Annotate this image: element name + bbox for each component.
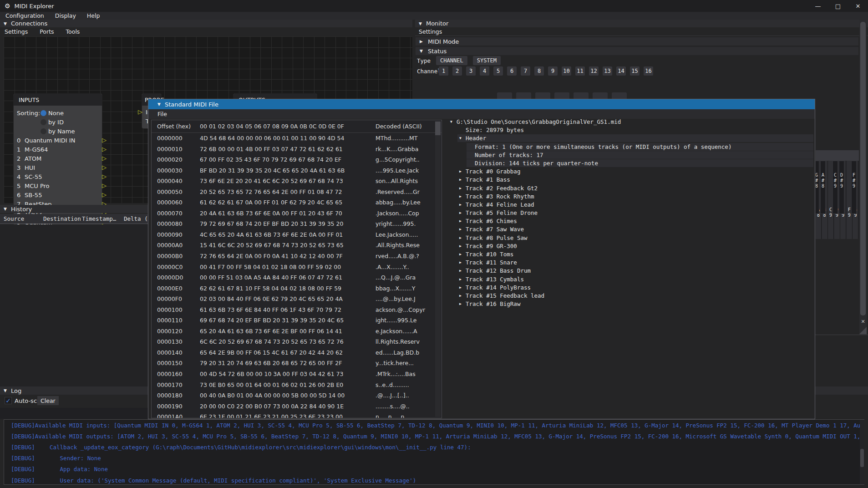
- close-icon[interactable]: ✕: [848, 0, 868, 12]
- black-key[interactable]: F # 9: [851, 161, 857, 214]
- midi-mode-header[interactable]: ▶ MIDI Mode: [416, 37, 858, 46]
- hex-row[interactable]: 0000080 79 72 69 67 68 74 20 EF BF BD 20…: [152, 219, 442, 229]
- expand-icon[interactable]: ▶: [459, 211, 462, 215]
- midi-input-item[interactable]: 0 Quantum MIDI IN ▷: [14, 136, 102, 145]
- channel-button[interactable]: 12: [589, 66, 599, 76]
- hex-row[interactable]: 0000130 6C 6C 20 52 69 67 68 74 73 20 52…: [152, 336, 442, 347]
- system-type-button[interactable]: SYSTEM: [473, 56, 501, 65]
- output-pin-icon[interactable]: ▷: [102, 155, 107, 161]
- log-output-area[interactable]: [DEBUG] Available MIDI inputs: [Quantum …: [4, 419, 864, 485]
- hex-row[interactable]: 0000100 61 63 6B 73 6F 6E 84 40 FF 06 1F…: [152, 305, 442, 315]
- expand-icon[interactable]: ▶: [459, 260, 462, 264]
- output-pin-icon[interactable]: ▷: [102, 183, 107, 188]
- expand-icon[interactable]: ▶: [459, 244, 462, 248]
- tree-file-row[interactable]: ▼ G:\Studio One\Sources\GrabbagOriginalV…: [449, 118, 813, 126]
- hex-row[interactable]: 0000000 4D 54 68 64 00 00 00 06 00 01 00…: [152, 133, 442, 144]
- tree-track-row[interactable]: ▶ Track #14 PolyBrass: [449, 284, 813, 292]
- expand-icon[interactable]: ▶: [459, 227, 462, 231]
- hex-row[interactable]: 0000160 00 4D 54 72 6B 00 00 10 3A 00 FF…: [152, 369, 442, 380]
- hex-row[interactable]: 0000150 79 20 31 20 74 69 63 6B 20 68 65…: [152, 358, 442, 369]
- hex-row[interactable]: 0000040 73 6F 6E 2E 20 20 41 6C 6C 20 52…: [152, 176, 442, 187]
- radio-none[interactable]: [41, 110, 46, 116]
- expand-icon[interactable]: ▶: [459, 277, 462, 281]
- channel-button[interactable]: 10: [562, 66, 571, 76]
- close-icon[interactable]: ✕: [859, 318, 867, 325]
- log-scrollbar-thumb[interactable]: [860, 449, 864, 467]
- hex-row[interactable]: 00000C0 00 41 F7 00 FF 58 04 01 02 18 08…: [152, 262, 442, 273]
- expand-icon[interactable]: ▶: [459, 252, 462, 256]
- hex-row[interactable]: 0000180 00 40 0A B0 01 00 4A 00 00 00 5B…: [152, 390, 442, 401]
- midi-input-item[interactable]: 6 SB-55 ▷: [14, 190, 102, 199]
- midi-input-item[interactable]: 3 HUI ▷: [14, 163, 102, 172]
- tree-division-row[interactable]: Division: 144 ticks per quarter-note: [449, 159, 813, 168]
- tree-track-row[interactable]: ▶ Track #13 Cymbals: [449, 275, 813, 284]
- channel-button[interactable]: 13: [603, 66, 612, 76]
- maximize-icon[interactable]: □: [828, 0, 848, 12]
- tree-track-row[interactable]: ▶ Track #5 Feline Drone: [449, 209, 813, 217]
- menu-item[interactable]: Configuration: [0, 12, 50, 19]
- notes-section-band[interactable]: [816, 150, 859, 161]
- output-pin-icon[interactable]: ▷: [102, 146, 107, 152]
- channel-button[interactable]: 7: [521, 66, 530, 76]
- hex-row[interactable]: 00000F0 02 03 00 84 40 FF 06 0E 62 79 20…: [152, 294, 442, 305]
- expand-icon[interactable]: ▶: [459, 302, 462, 306]
- midi-input-item[interactable]: 4 SC-55 ▷: [14, 172, 102, 181]
- hex-row[interactable]: 0000120 65 20 4A 61 63 6B 73 6F 6E 2E BF…: [152, 326, 442, 337]
- hex-row[interactable]: 00000D0 00 00 FF 51 03 0A A5 4A 84 40 FF…: [152, 272, 442, 283]
- output-pin-icon[interactable]: ▷: [102, 137, 107, 143]
- expand-icon[interactable]: ▶: [459, 186, 462, 190]
- hex-row[interactable]: 00000B0 72 76 65 64 2E 0A 00 F0 0A 41 10…: [152, 251, 442, 262]
- channel-button[interactable]: 9: [548, 66, 558, 76]
- column-destination[interactable]: Destination: [43, 215, 81, 222]
- channel-button[interactable]: 4: [480, 66, 489, 76]
- status-button[interactable]: [612, 92, 627, 99]
- smf-title-bar[interactable]: ▼ Standard MIDI File: [148, 99, 815, 109]
- output-pin-icon[interactable]: ▷: [102, 192, 107, 198]
- black-key[interactable]: C # 9: [832, 161, 838, 214]
- hex-scrollbar-thumb[interactable]: [435, 122, 441, 135]
- status-button[interactable]: [516, 92, 531, 99]
- hex-row[interactable]: 0000090 4C 65 65 20 4A 61 63 6B 73 6F 6E…: [152, 229, 442, 240]
- expand-icon[interactable]: ▶: [459, 169, 462, 173]
- midi-input-item[interactable]: 1 M-GS64 ▷: [14, 145, 102, 154]
- monitor-scrollbar-thumb[interactable]: [860, 22, 866, 315]
- tree-numtracks-row[interactable]: Number of tracks: 17: [449, 151, 813, 159]
- channel-button[interactable]: 1: [439, 66, 448, 76]
- channel-button[interactable]: 8: [534, 66, 544, 76]
- expand-icon[interactable]: ▶: [459, 194, 462, 198]
- tree-track-row[interactable]: ▶ Track #11 Snare: [449, 259, 813, 267]
- tree-track-row[interactable]: ▶ Track #16 BigRaw: [449, 300, 813, 308]
- hex-row[interactable]: 0000140 65 64 2E 9B 00 FF 06 15 4C 61 67…: [152, 347, 442, 358]
- hex-row[interactable]: 00000E0 62 62 61 67 81 10 FF 58 04 04 02…: [152, 283, 442, 294]
- column-timestamp[interactable]: Timestamp…: [82, 215, 116, 222]
- hex-viewer[interactable]: Offset (hex) 00 01 02 03 04 05 06 07 08 …: [151, 120, 442, 418]
- column-source[interactable]: Source: [4, 215, 24, 222]
- menu-item[interactable]: Settings: [419, 28, 442, 35]
- resize-grip[interactable]: [859, 327, 867, 334]
- tree-track-row[interactable]: ▶ Track #6 Chimes: [449, 217, 813, 225]
- tree-track-row[interactable]: ▶ Track #8 Pulse Saw: [449, 234, 813, 242]
- channel-button[interactable]: 16: [644, 66, 653, 76]
- inputs-node-header[interactable]: INPUTS: [14, 94, 102, 106]
- status-button[interactable]: [535, 92, 550, 99]
- tree-track-row[interactable]: ▶ Track #0 Grabbag: [449, 168, 813, 176]
- hex-row[interactable]: 0000060 61 62 62 61 67 0A 00 FF 01 0F 62…: [152, 197, 442, 208]
- status-button[interactable]: [554, 92, 569, 99]
- tree-track-row[interactable]: ▶ Track #4 Feline Lead: [449, 201, 813, 209]
- hex-row[interactable]: 00000A0 15 41 6C 6C 20 52 69 67 68 74 73…: [152, 240, 442, 251]
- hex-row[interactable]: 0000030 BF BD 20 31 39 39 35 20 4C 65 65…: [152, 165, 442, 176]
- clear-button[interactable]: Clear: [37, 396, 59, 405]
- expand-icon[interactable]: ▶: [459, 203, 462, 207]
- tree-track-row[interactable]: ▶ Track #15 Feedback lead: [449, 292, 813, 300]
- menu-item[interactable]: Display: [50, 12, 81, 19]
- tree-track-row[interactable]: ▶ Track #3 Rock Rhythm: [449, 193, 813, 201]
- tree-header-row[interactable]: ▼ Header: [449, 134, 813, 142]
- expand-icon[interactable]: ▶: [459, 178, 462, 182]
- output-pin-icon[interactable]: ▷: [102, 164, 107, 170]
- expand-icon[interactable]: ▶: [459, 285, 462, 290]
- channel-button[interactable]: 2: [452, 66, 462, 76]
- black-key[interactable]: A # 8: [820, 161, 826, 214]
- log-filter-input[interactable]: [0, 408, 148, 419]
- output-pin-icon[interactable]: ▷: [102, 173, 107, 179]
- midi-input-item[interactable]: 2 ATOM ▷: [14, 154, 102, 163]
